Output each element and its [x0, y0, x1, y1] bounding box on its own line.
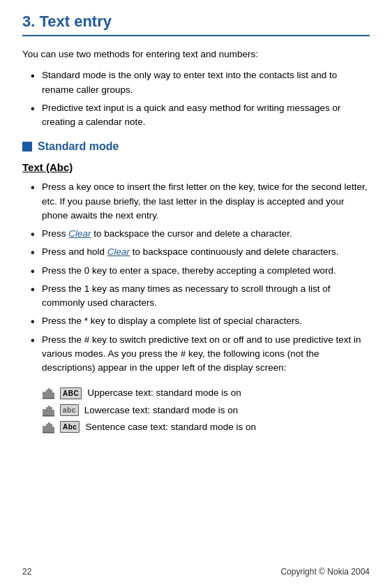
list-item-7: Press the # key to switch predictive tex…	[29, 333, 370, 376]
intro-paragraph: You can use two methods for entering tex…	[22, 47, 370, 61]
icon-placeholder-lower: abc	[42, 403, 79, 417]
svg-rect-2	[48, 388, 50, 399]
standard-mode-heading: Standard mode	[22, 140, 370, 153]
svg-rect-4	[52, 392, 54, 399]
list-item-7-text: Press the # key to switch predictive tex…	[42, 334, 361, 373]
icon-row-sentence-label: Sentence case text: standard mode is on	[85, 420, 256, 434]
svg-rect-14	[48, 422, 50, 433]
abc-lower-box: abc	[60, 404, 79, 416]
list-item-3-pre: Press and hold	[42, 246, 107, 257]
icon-row-sentence: Abc Sentence case text: standard mode is…	[42, 420, 370, 434]
icon-row-uppercase-label: Uppercase text: standard mode is on	[87, 386, 241, 400]
list-item-4-text: Press the 0 key to enter a space, thereb…	[42, 265, 336, 276]
svg-rect-8	[48, 406, 50, 416]
list-item: Predictive text input is a quick and eas…	[29, 101, 370, 130]
list-item-3: Press and hold Clear to backspace contin…	[29, 245, 370, 259]
page-container: 3. Text entry You can use two methods fo…	[0, 0, 392, 585]
icon-row-lowercase: abc Lowercase text: standard mode is on	[42, 403, 370, 417]
svg-rect-17	[43, 432, 54, 434]
svg-rect-0	[43, 392, 46, 399]
svg-rect-1	[46, 390, 48, 399]
svg-rect-6	[43, 409, 46, 416]
page-title: 3. Text entry	[22, 13, 370, 36]
list-item-2-post: to backspace the cursor and delete a cha…	[91, 228, 292, 239]
standard-mode-label: Standard mode	[38, 140, 119, 153]
list-item-5-text: Press the 1 key as many times as necessa…	[42, 283, 330, 308]
clear-link-2[interactable]: Clear	[107, 246, 130, 257]
svg-rect-7	[46, 407, 48, 416]
list-item-5: Press the 1 key as many times as necessa…	[29, 282, 370, 311]
svg-rect-16	[52, 427, 54, 433]
svg-rect-15	[50, 424, 52, 433]
svg-rect-13	[46, 424, 48, 433]
icon-placeholder-upper: ABC	[42, 386, 82, 400]
hand-pencil-icon-lower	[42, 403, 56, 417]
svg-rect-10	[52, 410, 54, 416]
list-item-2-pre: Press	[42, 228, 68, 239]
list-item: Standard mode is the only way to enter t…	[29, 68, 370, 97]
abc-sentence-box: Abc	[60, 421, 80, 433]
hand-pencil-icon-upper	[42, 386, 56, 400]
icon-row-lowercase-label: Lowercase text: standard mode is on	[84, 403, 239, 417]
list-item-2: Press Clear to backspace the cursor and …	[29, 227, 370, 241]
heading-square-icon	[22, 142, 32, 151]
svg-rect-3	[50, 390, 52, 399]
icon-row-uppercase: ABC Uppercase text: standard mode is on	[42, 386, 370, 400]
list-item-6-text: Press the * key to display a complete li…	[42, 316, 302, 326]
page-number: 22	[22, 567, 31, 577]
list-item-4: Press the 0 key to enter a space, thereb…	[29, 264, 370, 278]
copyright-text: Copyright © Nokia 2004	[280, 567, 370, 577]
hand-pencil-icon-sentence	[42, 420, 56, 434]
svg-rect-9	[50, 407, 52, 416]
intro-bullet-list: Standard mode is the only way to enter t…	[29, 68, 370, 129]
list-item-6: Press the * key to display a complete li…	[29, 314, 370, 328]
svg-rect-12	[43, 426, 46, 433]
svg-rect-11	[43, 415, 54, 417]
icon-placeholder-sentence: Abc	[42, 420, 80, 434]
svg-rect-5	[43, 398, 54, 399]
subsection-title: Text (Abc)	[22, 161, 370, 173]
list-item-1-text: Press a key once to insert the first let…	[42, 182, 367, 221]
abc-upper-box: ABC	[60, 387, 82, 399]
main-bullet-list: Press a key once to insert the first let…	[29, 180, 370, 375]
clear-link-1[interactable]: Clear	[68, 228, 91, 239]
footer: 22 Copyright © Nokia 2004	[0, 567, 392, 577]
list-item-1: Press a key once to insert the first let…	[29, 180, 370, 223]
list-item-3-post: to backspace continuously and delete cha…	[130, 246, 338, 257]
